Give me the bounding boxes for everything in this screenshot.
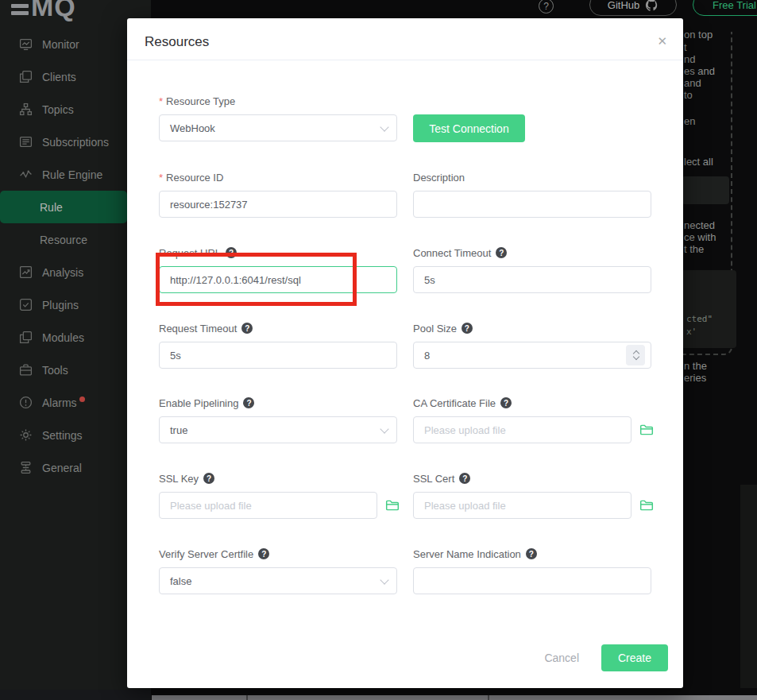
sidebar-footer-strip [0,690,151,700]
create-button[interactable]: Create [601,644,668,671]
help-icon[interactable]: ? [258,548,269,559]
field-label: Request Timeout ? [159,321,397,335]
alarms-badge-dot [79,396,85,402]
field-description: Description [413,170,651,218]
help-icon[interactable]: ? [459,473,470,484]
resource-type-select[interactable]: WebHook [159,114,397,141]
field-request-timeout: Request Timeout ? [159,321,397,369]
chevron-down-icon [381,426,388,432]
ssl-key-input[interactable] [159,492,377,519]
field-enable-pipelining: Enable Pipelining ? true [159,396,397,443]
description-input[interactable] [413,191,651,218]
sidebar-item-label: Clients [42,71,76,83]
field-label: Request URL ? [159,246,397,260]
bg-panel-edge [740,485,757,688]
help-icon[interactable]: ? [496,247,507,258]
modal-footer: Cancel Create [544,644,668,671]
sidebar-item-label: Plugins [42,299,79,311]
folder-upload-icon[interactable] [639,423,654,437]
pool-size-input[interactable] [413,342,651,369]
chevron-down-icon [381,124,388,130]
emq-logo[interactable]: MQ [11,0,76,22]
field-label: Enable Pipelining ? [159,396,397,410]
field-label: Verify Server Certfile ? [159,547,397,561]
help-icon[interactable]: ? [462,323,473,334]
help-icon[interactable]: ? [500,397,512,408]
plugins-icon [19,298,33,311]
verify-server-certfile-select[interactable]: false [159,567,397,594]
bg-code-block-fragment: cted" x' [681,270,736,348]
field-request-url: Request URL ? [159,246,397,293]
sidebar-item-label: General [42,462,82,474]
github-label: GitHub [608,0,639,11]
verify-server-certfile-value: false [170,575,191,587]
sidebar-item-label: Rule Engine [42,168,102,181]
resource-id-input[interactable] [159,191,397,218]
github-button[interactable]: GitHub [589,0,677,16]
chevron-down-icon [381,577,388,583]
field-connect-timeout: Connect Timeout ? [413,246,651,293]
scrollbar-divider [246,695,248,700]
sidebar-item-label: Rule [40,201,63,214]
horizontal-scrollbar[interactable] [152,695,757,700]
field-label: CA Certificate File ? [413,396,651,410]
help-icon[interactable]: ? [226,247,237,258]
general-icon [19,461,33,474]
sidebar-item-label: Tools [42,364,68,377]
field-resource-id: * Resource ID [159,170,397,218]
enable-pipelining-select[interactable]: true [159,416,397,443]
settings-icon [19,428,33,442]
field-label: Server Name Indication ? [413,547,651,561]
help-icon[interactable]: ? [243,397,254,408]
field-label: SSL Key ? [159,471,397,485]
resources-modal: Resources ✕ * Resource Type WebHook Test… [127,18,683,688]
free-trial-button[interactable]: Free Trial [693,0,757,16]
github-icon [645,0,659,12]
required-asterisk: * [159,95,163,107]
help-mark: ? [543,1,549,12]
close-icon[interactable]: ✕ [657,34,667,48]
help-icon[interactable]: ? [241,323,253,334]
help-icon[interactable]: ? [539,0,554,14]
folder-upload-icon[interactable] [385,498,400,512]
request-timeout-input[interactable] [159,342,397,369]
help-icon[interactable]: ? [203,473,214,484]
test-connection-button[interactable]: Test Connection [413,114,525,142]
cancel-button[interactable]: Cancel [544,652,579,664]
field-label: Description [413,170,651,184]
stepper-down-icon[interactable] [633,355,639,361]
ca-certificate-file-input[interactable] [413,416,631,443]
field-resource-type: * Resource Type WebHook [159,94,397,141]
resource-type-value: WebHook [170,122,215,134]
pool-size-stepper[interactable] [626,345,645,365]
alarms-icon [19,396,33,409]
folder-upload-icon[interactable] [639,498,654,512]
sidebar-item-label: Resource [40,234,87,246]
rule-engine-icon [19,168,33,181]
sidebar-item-rule[interactable]: Rule [0,191,127,223]
sidebar-item-label: Modules [42,331,84,344]
request-url-input[interactable] [159,266,397,293]
field-label: * Resource Type [159,94,397,108]
bg-text-fragment: n the [684,360,707,372]
ssl-cert-input[interactable] [413,492,631,519]
sidebar-item-label: Settings [42,429,83,442]
help-icon[interactable]: ? [526,548,537,559]
field-ssl-cert: SSL Cert ? [413,471,651,519]
sidebar-item-label: Analysis [42,266,83,279]
modal-title: Resources [145,34,209,50]
sidebar-item-label: Topics [42,103,74,116]
required-asterisk: * [159,172,163,184]
clients-icon [19,70,33,83]
server-name-indication-input[interactable] [413,567,651,594]
connect-timeout-input[interactable] [413,266,651,293]
tools-icon [19,363,33,377]
emq-logo-bars-icon [11,1,29,18]
topics-icon [19,102,33,116]
analysis-icon [19,265,33,279]
sidebar-item-label: Subscriptions [42,136,109,149]
field-verify-server-certfile: Verify Server Certfile ? false [159,547,397,594]
bg-code-line: cted" [686,314,713,324]
sidebar-item-label: Alarms [42,396,77,409]
subscriptions-icon [19,135,33,149]
